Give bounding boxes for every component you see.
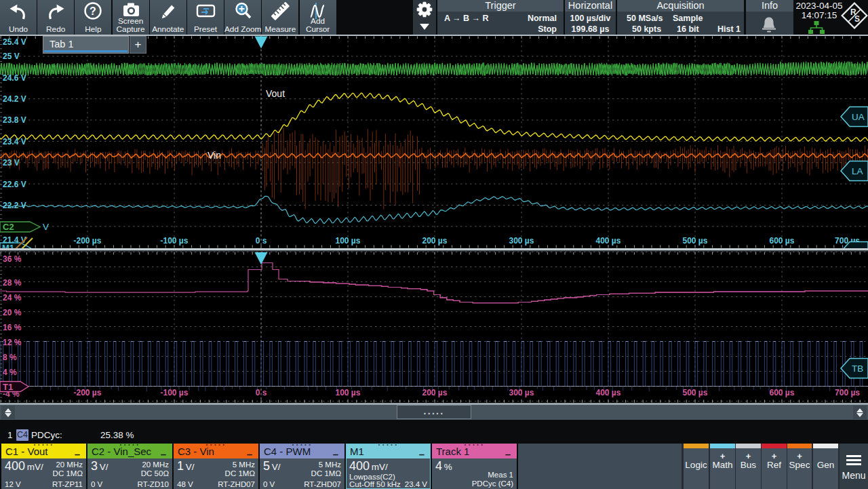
- svg-text:T1: T1: [3, 382, 13, 392]
- svg-text:36 %: 36 %: [3, 254, 22, 264]
- svg-text:23.4 V: 23.4 V: [3, 137, 26, 146]
- svg-text:0 s: 0 s: [256, 236, 267, 246]
- svg-text:-100 µs: -100 µs: [161, 236, 189, 246]
- svg-text:25.4 V: 25.4 V: [3, 37, 26, 47]
- svg-text:S: S: [854, 14, 860, 24]
- svg-text:500 µs: 500 µs: [683, 236, 708, 246]
- svg-text:8 %: 8 %: [3, 353, 17, 362]
- svg-text:400 µs: 400 µs: [596, 388, 621, 397]
- svg-text:400 µs: 400 µs: [596, 236, 621, 246]
- svg-text:600 µs: 600 µs: [770, 236, 795, 246]
- svg-text:12 %: 12 %: [3, 338, 22, 347]
- svg-text:20 %: 20 %: [3, 308, 22, 317]
- svg-text:24.6 V: 24.6 V: [3, 73, 26, 83]
- svg-text:0 s: 0 s: [256, 388, 267, 397]
- svg-text:LA: LA: [852, 166, 863, 176]
- svg-text:22.6 V: 22.6 V: [3, 180, 26, 189]
- svg-text:22.2 V: 22.2 V: [3, 201, 26, 210]
- svg-text:200 µs: 200 µs: [422, 388, 448, 397]
- svg-text:24 %: 24 %: [3, 293, 22, 302]
- svg-text:300 µs: 300 µs: [509, 388, 534, 397]
- svg-text:23.8 V: 23.8 V: [3, 115, 26, 125]
- svg-text:C2: C2: [3, 222, 14, 232]
- svg-text:Vin: Vin: [208, 150, 221, 161]
- svg-text:300 µs: 300 µs: [509, 236, 534, 246]
- svg-text:500 µs: 500 µs: [683, 388, 708, 397]
- svg-text:25 V: 25 V: [3, 52, 20, 61]
- svg-text:Vout: Vout: [266, 88, 285, 99]
- svg-text:28 %: 28 %: [3, 278, 22, 288]
- svg-text:V: V: [43, 222, 49, 232]
- svg-text:4 %: 4 %: [3, 368, 17, 377]
- svg-text:23 V: 23 V: [3, 158, 20, 168]
- svg-text:-200 µs: -200 µs: [74, 236, 102, 246]
- svg-text:TB: TB: [852, 364, 863, 374]
- svg-text:24.2 V: 24.2 V: [3, 94, 26, 104]
- svg-text:700 µs: 700 µs: [835, 388, 860, 397]
- svg-text:100 µs: 100 µs: [336, 236, 361, 246]
- svg-text:-100 µs: -100 µs: [161, 388, 189, 397]
- svg-text:?: ?: [90, 5, 97, 17]
- svg-text:600 µs: 600 µs: [770, 388, 795, 397]
- svg-text:-200 µs: -200 µs: [74, 388, 102, 397]
- svg-text:100 µs: 100 µs: [336, 388, 361, 397]
- svg-text:200 µs: 200 µs: [422, 236, 448, 246]
- svg-text:UA: UA: [852, 112, 865, 122]
- svg-text:16 %: 16 %: [3, 323, 22, 332]
